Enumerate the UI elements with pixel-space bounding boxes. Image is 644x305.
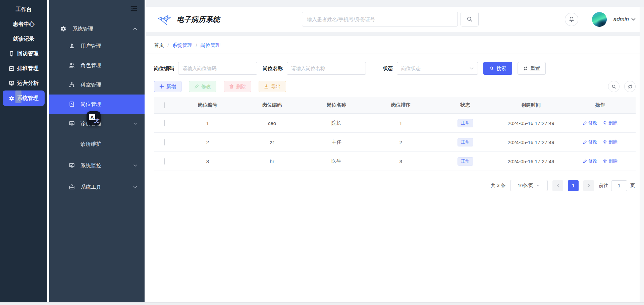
post-name-label: 岗位名称 [263, 65, 283, 72]
toolbar-right [608, 81, 636, 92]
search-button[interactable]: 搜索 [483, 62, 512, 75]
next-page-button[interactable] [583, 180, 594, 191]
pagination: 共 3 条 10条/页 1 前往 页 [146, 171, 644, 191]
search-button-label: 搜索 [496, 65, 506, 72]
column-header: 岗位编号 [175, 102, 240, 108]
chevron-up-icon [133, 27, 137, 30]
row-edit-label: 修改 [588, 139, 597, 145]
status-select[interactable]: 岗位状态 [397, 62, 478, 75]
search-icon [611, 84, 616, 89]
menu-item-system-tools[interactable]: 系统工具 [49, 176, 145, 198]
select-all-checkbox[interactable] [164, 102, 165, 108]
goto-label: 前往 [599, 183, 608, 189]
row-checkbox[interactable] [164, 120, 165, 126]
goto-page: 前往 页 [599, 180, 635, 191]
avatar[interactable] [592, 12, 607, 27]
post-name-input[interactable] [287, 62, 366, 75]
column-header: 岗位排序 [369, 102, 433, 108]
add-button[interactable]: 新增 [154, 81, 181, 92]
chevron-down-icon [133, 122, 137, 125]
row-delete-link[interactable]: 删除 [603, 120, 618, 126]
menu-item-clinic-maintenance[interactable]: 诊所维护 [49, 133, 145, 155]
page-number-active[interactable]: 1 [568, 180, 579, 191]
row-delete-label: 删除 [608, 120, 618, 126]
sidebar-item-visit-records[interactable]: 就诊记录 [0, 32, 47, 46]
page-size-select[interactable]: 10条/页 [510, 180, 548, 191]
row-edit-link[interactable]: 修改 [583, 139, 597, 145]
sidebar-item-label: 工作台 [16, 6, 32, 13]
row-edit-link[interactable]: 修改 [583, 120, 597, 126]
row-delete-link[interactable]: 删除 [603, 158, 618, 164]
table-refresh-button[interactable] [624, 81, 636, 92]
menu-item-role-management[interactable]: 角色管理 [49, 56, 145, 75]
row-delete-link[interactable]: 删除 [603, 139, 618, 145]
top-strip [146, 0, 644, 7]
bell-icon [569, 16, 575, 22]
sidebar-item-scheduling[interactable]: 排班管理 [0, 61, 47, 76]
sidebar-item-analytics[interactable]: 运营分析 [0, 76, 47, 90]
sidebar-item-followup[interactable]: 回访管理 [0, 46, 47, 61]
chevron-down-icon [470, 67, 474, 70]
table-search-toggle-button[interactable] [608, 81, 620, 92]
app-logo-bird-icon [156, 12, 172, 26]
refresh-icon [523, 66, 528, 71]
sidebar-item-system-management[interactable]: 系统管理 [3, 90, 45, 106]
status-badge: 正常 [458, 157, 473, 166]
table-row: 2 zr 主任 2 正常 2024-05-16 17:27:49 修改 删除 [154, 133, 636, 152]
user-menu[interactable]: admin [613, 16, 636, 23]
cell-post-code: zr [240, 139, 304, 145]
collapse-sidebar-icon[interactable] [130, 5, 138, 13]
pencil-icon [583, 159, 587, 164]
menu-item-department-management[interactable]: 科室管理 [49, 75, 145, 95]
breadcrumb-system-management[interactable]: 系统管理 [172, 42, 192, 49]
vertical-scrollbar[interactable] [640, 7, 644, 302]
breadcrumb-home[interactable]: 首页 [154, 42, 164, 49]
username: admin [613, 16, 629, 23]
menu-item-label: 系统监控 [80, 162, 101, 169]
delete-button[interactable]: 删除 [224, 81, 251, 92]
goto-page-input[interactable] [611, 180, 627, 191]
menu-item-label: 岗位管理 [80, 101, 101, 108]
breadcrumb-post-management[interactable]: 岗位管理 [200, 42, 220, 49]
row-edit-link[interactable]: 修改 [583, 158, 597, 164]
horizontal-scrollbar[interactable] [0, 302, 644, 305]
sidebar-item-label: 运营分析 [17, 80, 39, 87]
pencil-icon [583, 140, 587, 144]
pencil-icon [583, 121, 587, 125]
menu-item-system-monitor[interactable]: 系统监控 [49, 155, 145, 176]
menu-group-label: 系统管理 [72, 25, 93, 33]
export-button[interactable]: 导出 [259, 81, 286, 92]
cell-post-name: 主任 [304, 139, 369, 145]
breadcrumb: 首页 / 系统管理 / 岗位管理 [146, 36, 644, 54]
filter-bar: 岗位编码 岗位名称 状态 岗位状态 搜索 重置 [146, 54, 644, 75]
prev-page-button[interactable] [552, 180, 563, 191]
edit-button[interactable]: 修改 [189, 81, 216, 92]
translate-fab[interactable]: A 文 [87, 111, 101, 125]
status-label: 状态 [383, 65, 393, 72]
post-code-input[interactable] [178, 62, 257, 75]
menu-group-system-management[interactable]: 系统管理 [49, 21, 145, 36]
sidebar-item-patient-center[interactable]: 患者中心 [0, 17, 47, 32]
monitor-icon [69, 121, 75, 127]
sidebar-item-workbench[interactable]: 工作台 [0, 2, 47, 17]
menu-item-user-management[interactable]: 用户管理 [49, 36, 145, 56]
reset-button[interactable]: 重置 [518, 62, 546, 75]
patient-search-input[interactable] [302, 12, 458, 26]
cell-post-sort: 3 [369, 159, 433, 164]
refresh-icon [628, 84, 633, 89]
patient-search-button[interactable] [461, 12, 479, 26]
trash-icon [603, 159, 607, 164]
row-checkbox[interactable] [164, 139, 165, 145]
sidebar-item-label: 就诊记录 [13, 36, 35, 43]
translate-cjk-glyph: 文 [94, 118, 99, 124]
row-delete-label: 删除 [608, 158, 618, 164]
sidebar-item-label: 回访管理 [17, 50, 39, 57]
org-tree-icon [69, 82, 75, 88]
plus-icon [159, 84, 164, 89]
row-edit-label: 修改 [588, 120, 597, 126]
primary-sidebar: 工作台 患者中心 就诊记录 回访管理 排班管理 运营分析 系统管理 [0, 0, 47, 305]
users-icon [69, 62, 75, 68]
row-checkbox[interactable] [164, 158, 165, 165]
table-header-row: 岗位编号 岗位编码 岗位名称 岗位排序 状态 创建时间 操作 [154, 97, 636, 114]
notifications-button[interactable] [565, 13, 578, 26]
